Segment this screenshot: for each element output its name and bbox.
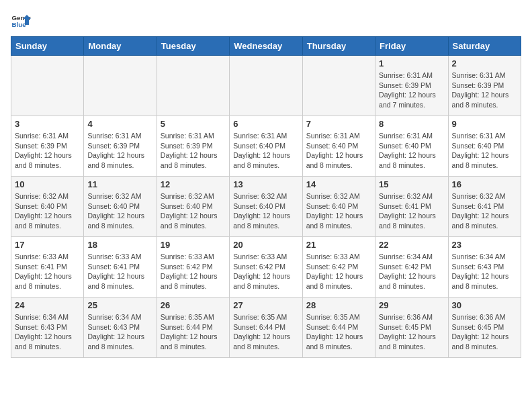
day-info: Sunrise: 6:33 AMSunset: 6:41 PMDaylight:… xyxy=(87,252,152,291)
day-cell: 3Sunrise: 6:31 AMSunset: 6:39 PMDaylight… xyxy=(11,116,84,177)
day-cell: 7Sunrise: 6:31 AMSunset: 6:40 PMDaylight… xyxy=(302,116,375,177)
day-cell: 1Sunrise: 6:31 AMSunset: 6:39 PMDaylight… xyxy=(375,56,448,116)
day-number: 10 xyxy=(15,179,80,189)
day-number: 6 xyxy=(233,119,298,129)
day-cell: 27Sunrise: 6:35 AMSunset: 6:44 PMDayligh… xyxy=(230,298,302,358)
day-cell: 25Sunrise: 6:34 AMSunset: 6:43 PMDayligh… xyxy=(84,298,157,358)
day-info: Sunrise: 6:36 AMSunset: 6:45 PMDaylight:… xyxy=(379,312,444,352)
day-number: 26 xyxy=(161,300,226,310)
day-header-tuesday: Tuesday xyxy=(157,37,229,56)
day-cell xyxy=(84,56,157,116)
day-cell xyxy=(302,56,375,116)
day-info: Sunrise: 6:32 AMSunset: 6:40 PMDaylight:… xyxy=(87,191,152,231)
day-info: Sunrise: 6:31 AMSunset: 6:40 PMDaylight:… xyxy=(306,131,371,171)
day-cell: 5Sunrise: 6:31 AMSunset: 6:39 PMDaylight… xyxy=(157,116,229,177)
day-cell: 2Sunrise: 6:31 AMSunset: 6:39 PMDaylight… xyxy=(448,56,521,116)
day-cell: 16Sunrise: 6:32 AMSunset: 6:41 PMDayligh… xyxy=(448,177,521,237)
day-cell: 8Sunrise: 6:31 AMSunset: 6:40 PMDaylight… xyxy=(375,116,448,177)
day-info: Sunrise: 6:33 AMSunset: 6:42 PMDaylight:… xyxy=(233,252,298,291)
day-header-saturday: Saturday xyxy=(448,37,521,56)
day-cell: 17Sunrise: 6:33 AMSunset: 6:41 PMDayligh… xyxy=(11,237,84,298)
page-header: General Blue xyxy=(11,11,521,31)
day-number: 23 xyxy=(452,240,517,250)
day-cell: 13Sunrise: 6:32 AMSunset: 6:40 PMDayligh… xyxy=(230,177,302,237)
day-number: 24 xyxy=(15,300,80,310)
day-number: 18 xyxy=(87,240,152,250)
day-cell: 20Sunrise: 6:33 AMSunset: 6:42 PMDayligh… xyxy=(230,237,302,298)
day-number: 9 xyxy=(452,119,517,129)
day-info: Sunrise: 6:31 AMSunset: 6:40 PMDaylight:… xyxy=(233,131,298,171)
day-info: Sunrise: 6:35 AMSunset: 6:44 PMDaylight:… xyxy=(306,312,371,352)
day-cell: 26Sunrise: 6:35 AMSunset: 6:44 PMDayligh… xyxy=(157,298,229,358)
week-row-1: 1Sunrise: 6:31 AMSunset: 6:39 PMDaylight… xyxy=(11,56,521,116)
day-info: Sunrise: 6:31 AMSunset: 6:39 PMDaylight:… xyxy=(87,131,152,171)
day-info: Sunrise: 6:34 AMSunset: 6:43 PMDaylight:… xyxy=(452,252,517,291)
week-row-3: 10Sunrise: 6:32 AMSunset: 6:40 PMDayligh… xyxy=(11,177,521,237)
day-header-monday: Monday xyxy=(84,37,157,56)
week-row-2: 3Sunrise: 6:31 AMSunset: 6:39 PMDaylight… xyxy=(11,116,521,177)
day-number: 14 xyxy=(306,179,371,189)
day-number: 4 xyxy=(87,119,152,129)
day-number: 19 xyxy=(161,240,226,250)
day-info: Sunrise: 6:31 AMSunset: 6:40 PMDaylight:… xyxy=(452,131,517,171)
day-cell xyxy=(230,56,302,116)
day-info: Sunrise: 6:32 AMSunset: 6:40 PMDaylight:… xyxy=(15,191,80,231)
day-cell: 19Sunrise: 6:33 AMSunset: 6:42 PMDayligh… xyxy=(157,237,229,298)
day-cell: 28Sunrise: 6:35 AMSunset: 6:44 PMDayligh… xyxy=(302,298,375,358)
day-info: Sunrise: 6:35 AMSunset: 6:44 PMDaylight:… xyxy=(233,312,298,352)
day-info: Sunrise: 6:32 AMSunset: 6:40 PMDaylight:… xyxy=(306,191,371,231)
day-info: Sunrise: 6:33 AMSunset: 6:42 PMDaylight:… xyxy=(161,252,226,291)
week-row-5: 24Sunrise: 6:34 AMSunset: 6:43 PMDayligh… xyxy=(11,298,521,358)
day-info: Sunrise: 6:32 AMSunset: 6:41 PMDaylight:… xyxy=(452,191,517,231)
week-row-4: 17Sunrise: 6:33 AMSunset: 6:41 PMDayligh… xyxy=(11,237,521,298)
day-number: 7 xyxy=(306,119,371,129)
day-number: 3 xyxy=(15,119,80,129)
day-cell xyxy=(11,56,84,116)
day-number: 8 xyxy=(379,119,444,129)
day-header-sunday: Sunday xyxy=(11,37,84,56)
day-info: Sunrise: 6:31 AMSunset: 6:40 PMDaylight:… xyxy=(379,131,444,171)
day-info: Sunrise: 6:34 AMSunset: 6:42 PMDaylight:… xyxy=(379,252,444,291)
day-info: Sunrise: 6:33 AMSunset: 6:42 PMDaylight:… xyxy=(306,252,371,291)
day-number: 27 xyxy=(233,300,298,310)
day-number: 13 xyxy=(233,179,298,189)
day-number: 25 xyxy=(87,300,152,310)
day-cell: 23Sunrise: 6:34 AMSunset: 6:43 PMDayligh… xyxy=(448,237,521,298)
day-number: 28 xyxy=(306,300,371,310)
day-info: Sunrise: 6:31 AMSunset: 6:39 PMDaylight:… xyxy=(161,131,226,171)
logo-icon: General Blue xyxy=(11,11,31,31)
day-info: Sunrise: 6:31 AMSunset: 6:39 PMDaylight:… xyxy=(452,71,517,110)
day-number: 17 xyxy=(15,240,80,250)
day-header-thursday: Thursday xyxy=(302,37,375,56)
day-info: Sunrise: 6:32 AMSunset: 6:40 PMDaylight:… xyxy=(233,191,298,231)
day-info: Sunrise: 6:32 AMSunset: 6:41 PMDaylight:… xyxy=(379,191,444,231)
day-cell: 18Sunrise: 6:33 AMSunset: 6:41 PMDayligh… xyxy=(84,237,157,298)
day-cell: 15Sunrise: 6:32 AMSunset: 6:41 PMDayligh… xyxy=(375,177,448,237)
day-number: 30 xyxy=(452,300,517,310)
day-header-friday: Friday xyxy=(375,37,448,56)
day-cell: 9Sunrise: 6:31 AMSunset: 6:40 PMDaylight… xyxy=(448,116,521,177)
day-cell: 21Sunrise: 6:33 AMSunset: 6:42 PMDayligh… xyxy=(302,237,375,298)
day-info: Sunrise: 6:31 AMSunset: 6:39 PMDaylight:… xyxy=(379,71,444,110)
day-info: Sunrise: 6:33 AMSunset: 6:41 PMDaylight:… xyxy=(15,252,80,291)
day-cell: 6Sunrise: 6:31 AMSunset: 6:40 PMDaylight… xyxy=(230,116,302,177)
day-cell: 29Sunrise: 6:36 AMSunset: 6:45 PMDayligh… xyxy=(375,298,448,358)
days-header-row: SundayMondayTuesdayWednesdayThursdayFrid… xyxy=(11,37,521,56)
day-number: 21 xyxy=(306,240,371,250)
svg-text:Blue: Blue xyxy=(12,21,27,28)
day-number: 15 xyxy=(379,179,444,189)
day-cell: 30Sunrise: 6:36 AMSunset: 6:45 PMDayligh… xyxy=(448,298,521,358)
day-number: 1 xyxy=(379,58,444,68)
day-cell: 11Sunrise: 6:32 AMSunset: 6:40 PMDayligh… xyxy=(84,177,157,237)
day-cell: 10Sunrise: 6:32 AMSunset: 6:40 PMDayligh… xyxy=(11,177,84,237)
day-info: Sunrise: 6:34 AMSunset: 6:43 PMDaylight:… xyxy=(15,312,80,352)
day-header-wednesday: Wednesday xyxy=(230,37,302,56)
day-cell: 4Sunrise: 6:31 AMSunset: 6:39 PMDaylight… xyxy=(84,116,157,177)
day-cell: 14Sunrise: 6:32 AMSunset: 6:40 PMDayligh… xyxy=(302,177,375,237)
day-number: 29 xyxy=(379,300,444,310)
day-info: Sunrise: 6:31 AMSunset: 6:39 PMDaylight:… xyxy=(15,131,80,171)
day-number: 11 xyxy=(87,179,152,189)
calendar-table: SundayMondayTuesdayWednesdayThursdayFrid… xyxy=(11,36,521,358)
logo: General Blue xyxy=(11,11,31,31)
day-cell: 24Sunrise: 6:34 AMSunset: 6:43 PMDayligh… xyxy=(11,298,84,358)
